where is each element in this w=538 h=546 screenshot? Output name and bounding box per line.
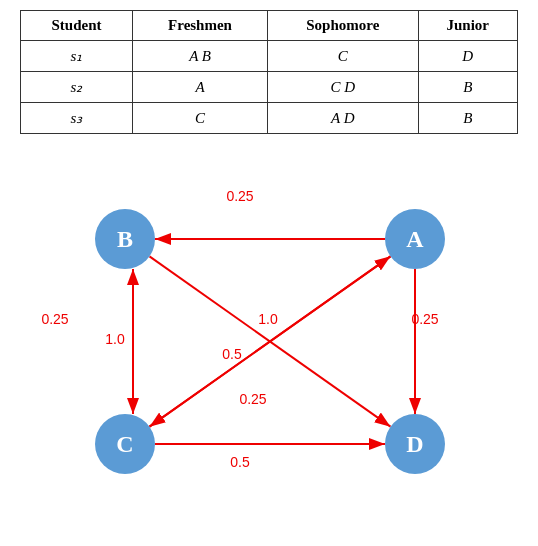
course-cell: B [418,72,517,103]
table-section: Student Freshmen Sophomore Junior s₁A BC… [0,0,538,144]
edge-label-b-d: 0.5 [222,346,242,362]
graph-node-d: D [385,414,445,474]
course-cell: C D [268,72,418,103]
graph-section: 0.250.251.01.00.50.250.250.5 BACD [0,149,538,499]
edge-label-c-b: 1.0 [105,331,125,347]
student-cell: s₂ [21,72,133,103]
course-cell: A D [268,103,418,134]
edge-label-a-b: 0.25 [226,188,253,204]
graph-node-c: C [95,414,155,474]
col-header-sophomore: Sophomore [268,11,418,41]
edge-label-c-a: 0.25 [239,391,266,407]
course-cell: C [268,41,418,72]
edge-label-a-c: 1.0 [258,311,278,327]
edge-label-a-d: 0.25 [411,311,438,327]
edge-label-b-c: 0.25 [41,311,68,327]
graph-node-b: B [95,209,155,269]
col-header-junior: Junior [418,11,517,41]
student-cell: s₃ [21,103,133,134]
course-cell: B [418,103,517,134]
col-header-student: Student [21,11,133,41]
course-cell: A [132,72,267,103]
student-cell: s₁ [21,41,133,72]
course-cell: A B [132,41,267,72]
graph-node-a: A [385,209,445,269]
course-cell: C [132,103,267,134]
col-header-freshmen: Freshmen [132,11,267,41]
edge-label-c-d: 0.5 [230,454,250,470]
course-table: Student Freshmen Sophomore Junior s₁A BC… [20,10,518,134]
graph-svg: 0.250.251.01.00.50.250.250.5 [0,149,538,499]
course-cell: D [418,41,517,72]
